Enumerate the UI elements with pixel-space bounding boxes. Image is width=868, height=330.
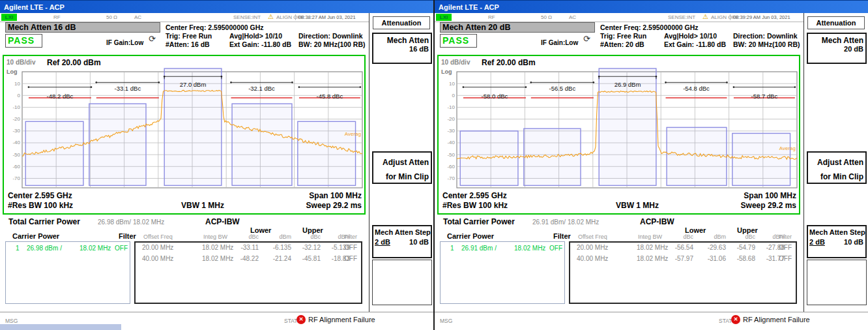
- align-warning-icon: ⚠: [702, 13, 708, 20]
- offset-row-cell: -54.79: [725, 244, 755, 251]
- trigger-readout: Trig: Free Run: [166, 32, 212, 40]
- svg-text:-60: -60: [447, 164, 455, 170]
- measurement-banner: Mech Atten 16 dB: [5, 22, 160, 33]
- offset-row-cell: OFF: [779, 255, 792, 262]
- lower-dbc-header: dBc: [663, 233, 693, 240]
- center-freq-footer: Center 2.595 GHz: [8, 191, 72, 200]
- msg-label: MSG: [440, 318, 452, 324]
- spectrum-chart: 100-10-20-30-40-50-60-70-48.2 dBc-33.1 d…: [5, 68, 365, 190]
- adjust-atten-line2: for Min Clip: [373, 167, 431, 181]
- avg-hold-readout: Avg|Hold> 10/10: [664, 32, 717, 40]
- empty-softkey[interactable]: [807, 260, 867, 305]
- carrier-index: 1: [450, 245, 454, 252]
- bw-readout: BW: 20 MHz(100 RB): [733, 40, 800, 48]
- integ-bw-header: Integ BW: [203, 233, 227, 240]
- carrier-power-header: Carrier Power: [447, 232, 494, 240]
- taskbar-fragment: [0, 324, 121, 330]
- pass-indicator: PASS: [5, 34, 42, 48]
- offset-row-cell: 20.00 MHz: [577, 244, 608, 251]
- scale-label: 10 dB/div: [441, 59, 470, 66]
- coupling-indicator: AC: [569, 14, 576, 20]
- mech-atten-step-values: 2 dB 10 dB: [808, 236, 865, 246]
- window-title: Agilent LTE - ACP: [0, 1, 433, 14]
- span-footer: Span 100 MHz: [744, 191, 796, 200]
- mech-atten-step-softkey[interactable]: Mech Atten Step 2 dB 10 dB: [807, 225, 867, 258]
- svg-text:-70: -70: [12, 175, 20, 181]
- offset-row-cell: OFF: [344, 255, 357, 262]
- acp-ibw-label: ACP-IBW: [205, 217, 240, 226]
- offset-row-cell: 40.00 MHz: [142, 255, 173, 262]
- center-freq-readout: Center Freq: 2.595000000 GHz: [166, 23, 264, 31]
- svg-text:27.0 dBm: 27.0 dBm: [180, 81, 207, 88]
- align-warning-icon: ⚠: [268, 13, 274, 20]
- svg-text:0: 0: [452, 93, 456, 98]
- carrier-filter-value: OFF: [549, 245, 562, 252]
- error-icon: ✕: [731, 315, 740, 324]
- center-freq-footer: Center 2.595 GHz: [442, 191, 507, 200]
- adjust-atten-softkey[interactable]: Adjust Atten for Min Clip: [372, 151, 432, 184]
- svg-text:-40: -40: [12, 140, 20, 145]
- mech-atten-softkey-label: Mech Atten: [373, 34, 431, 45]
- svg-text:-20: -20: [447, 116, 455, 122]
- avg-hold-readout: Avg|Hold> 10/10: [229, 32, 282, 40]
- mech-atten-step-softkey[interactable]: Mech Atten Step 2 dB 10 dB: [372, 225, 432, 258]
- svg-text:-58.0 dBc: -58.0 dBc: [482, 93, 508, 100]
- mech-atten-step-label: Mech Atten Step: [808, 226, 865, 236]
- adjust-atten-softkey[interactable]: Adjust Atten for Min Clip: [807, 151, 867, 184]
- svg-text:-33.1 dBc: -33.1 dBc: [114, 85, 141, 92]
- carrier-power-value: 26.91 dBm /: [461, 245, 497, 252]
- svg-text:-56.5 dBc: -56.5 dBc: [549, 85, 575, 92]
- res-bw-footer: #Res BW 100 kHz: [8, 201, 73, 210]
- svg-text:-54.8 dBc: -54.8 dBc: [683, 85, 710, 92]
- offset-freq-header: Offset Freq: [143, 233, 173, 240]
- offset-row-cell: 40.00 MHz: [577, 255, 608, 262]
- carrier-power-header: Carrier Power: [12, 232, 59, 240]
- svg-text:-40: -40: [447, 140, 455, 145]
- ref-level-label: Ref 20.00 dBm: [482, 58, 536, 67]
- mech-atten-softkey-value: 20 dB: [808, 45, 865, 53]
- res-bw-footer: #Res BW 100 kHz: [442, 201, 508, 210]
- measurement-area: 10 dB/div Ref 20.00 dBm Log 100-10-20-30…: [437, 55, 800, 215]
- integ-bw-header: Integ BW: [638, 233, 662, 240]
- ext-gain-readout: Ext Gain: -11.80 dB: [664, 40, 726, 48]
- mech-atten-step-alt: 10 dB: [844, 238, 863, 246]
- vbw-footer: VBW 1 MHz: [181, 201, 224, 210]
- log-scale-label: Log: [7, 68, 18, 75]
- lower-dbc-header: dBc: [229, 233, 259, 240]
- bw-readout: BW: 20 MHz(100 RB): [298, 40, 366, 48]
- measurement-banner: Mech Atten 20 dB: [440, 22, 595, 33]
- svg-text:0: 0: [18, 93, 21, 98]
- mech-atten-softkey[interactable]: Mech Atten 20 dB: [807, 33, 867, 64]
- status-message: RF Alignment Failure: [743, 316, 810, 323]
- svg-text:-48.2 dBc: -48.2 dBc: [47, 93, 74, 100]
- sense-indicator: SENSE:INT: [668, 14, 695, 20]
- span-footer: Span 100 MHz: [309, 191, 362, 200]
- window-titlebar: Agilent LTE - ACP: [0, 0, 433, 13]
- atten-readout: #Atten: 20 dB: [600, 40, 644, 48]
- offset-row-cell: -32.12: [291, 244, 321, 251]
- carrier-bw-value: 18.02 MHz: [514, 245, 545, 252]
- pass-indicator: PASS: [440, 34, 477, 48]
- rf-indicator: RF: [488, 14, 495, 20]
- mech-atten-softkey[interactable]: Mech Atten 16 dB: [372, 33, 432, 64]
- carrier-index: 1: [16, 245, 20, 252]
- pass-label: PASS: [6, 35, 42, 47]
- pass-label: PASS: [441, 35, 476, 47]
- impedance-indicator: 50 Ω: [106, 14, 117, 20]
- mech-atten-step-selected: 2 dB: [375, 238, 390, 246]
- svg-text:-45.8 dBc: -45.8 dBc: [317, 93, 343, 100]
- adjust-atten-line1: Adjust Atten: [808, 153, 865, 167]
- mech-atten-softkey-label: Mech Atten: [808, 34, 865, 45]
- offset-row-cell: 20.00 MHz: [142, 244, 173, 251]
- offset-filter-header: Filter: [779, 233, 792, 240]
- lower-dbm-header: dBm: [696, 233, 726, 240]
- empty-softkey[interactable]: [372, 260, 432, 305]
- svg-text:Averag: Averag: [345, 131, 361, 137]
- mech-atten-softkey-value: 16 dB: [373, 45, 431, 53]
- analyzer-window: Agilent LTE - ACP LXI RF 50 Ω AC SENSE:I…: [0, 0, 434, 330]
- sweep-footer: Sweep 29.2 ms: [741, 201, 796, 210]
- mech-atten-step-alt: 10 dB: [409, 238, 429, 246]
- status-message: RF Alignment Failure: [308, 316, 375, 323]
- svg-text:26.9 dBm: 26.9 dBm: [615, 81, 641, 88]
- offset-freq-header: Offset Freq: [578, 233, 607, 240]
